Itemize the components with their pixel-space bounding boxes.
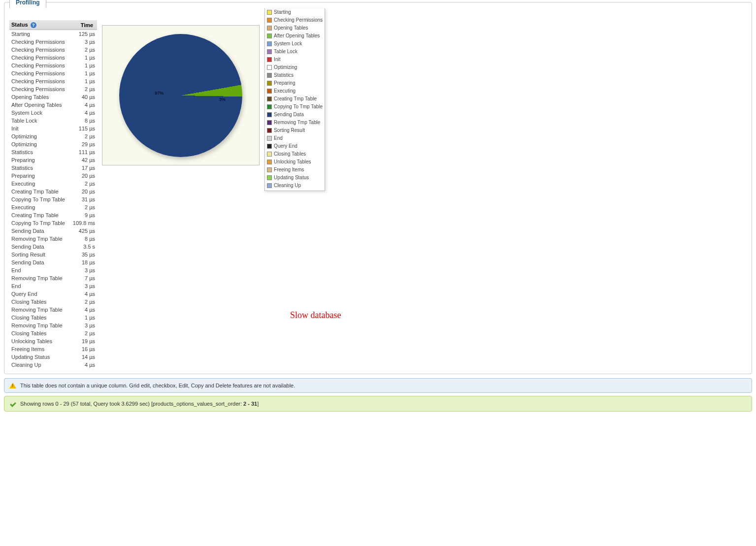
cell-status: Checking Permissions (9, 69, 67, 77)
cell-status: Removing Tmp Table (9, 321, 67, 329)
legend-item[interactable]: Sending Data (267, 111, 323, 119)
cell-time: 18 µs (67, 258, 97, 266)
table-row: Preparing42 µs (9, 156, 97, 164)
cell-time: 3 µs (67, 282, 97, 290)
cell-time: 115 µs (67, 125, 97, 132)
legend-item[interactable]: Unlocking Tables (267, 158, 323, 166)
cell-time: 40 µs (67, 93, 97, 101)
legend-item[interactable]: System Lock (267, 40, 323, 48)
cell-time: 20 µs (67, 188, 97, 195)
legend-swatch (267, 152, 272, 157)
cell-time: 17 µs (67, 164, 97, 172)
legend-item[interactable]: After Opening Tables (267, 32, 323, 40)
table-row: Query End4 µs (9, 290, 97, 298)
legend-item[interactable]: Sorting Result (267, 127, 323, 134)
legend-item[interactable]: Checking Permissions (267, 16, 323, 24)
legend-swatch (267, 41, 272, 46)
pie-chart (119, 34, 242, 157)
legend-swatch (267, 18, 272, 23)
table-row: Removing Tmp Table4 µs (9, 306, 97, 314)
cell-status: Optimizing (9, 132, 67, 140)
legend-label: Opening Tables (274, 24, 308, 32)
cell-time: 2 µs (67, 298, 97, 306)
table-row: Checking Permissions2 µs (9, 46, 97, 54)
table-row: System Lock4 µs (9, 109, 97, 117)
legend-swatch (267, 81, 272, 86)
legend-label: Updating Status (274, 174, 309, 182)
legend-swatch (267, 144, 272, 149)
table-row: Checking Permissions1 µs (9, 54, 97, 62)
legend-item[interactable]: Preparing (267, 79, 323, 87)
legend-item[interactable]: Starting (267, 8, 323, 16)
cell-status: Checking Permissions (9, 77, 67, 85)
legend-swatch (267, 73, 272, 78)
cell-time: 4 µs (67, 109, 97, 117)
legend-item[interactable]: Opening Tables (267, 24, 323, 32)
table-row: Copying To Tmp Table109.8 ms (9, 219, 97, 227)
cell-status: Table Lock (9, 117, 67, 125)
table-row: Cleaning Up4 µs (9, 361, 97, 369)
cell-status: Optimizing (9, 140, 67, 148)
profiling-pie-chart: 97% 3% (102, 25, 260, 165)
table-row: Sending Data425 µs (9, 227, 97, 235)
legend-swatch (267, 49, 272, 54)
table-row: Table Lock8 µs (9, 117, 97, 125)
legend-item[interactable]: Statistics (267, 71, 323, 79)
legend-label: Closing Tables (274, 150, 306, 158)
legend-item[interactable]: Closing Tables (267, 150, 323, 158)
cell-status: Checking Permissions (9, 38, 67, 46)
cell-time: 35 µs (67, 251, 97, 258)
cell-time: 2 µs (67, 329, 97, 337)
col-time[interactable]: Time (67, 20, 97, 30)
legend-item[interactable]: Removing Tmp Table (267, 119, 323, 127)
notice-query-result: Showing rows 0 - 29 (57 total, Query too… (4, 396, 752, 412)
cell-time: 4 µs (67, 290, 97, 298)
check-icon (9, 400, 16, 407)
cell-time: 8 µs (67, 117, 97, 125)
legend-item[interactable]: End (267, 134, 323, 142)
cell-time: 19 µs (67, 337, 97, 345)
help-icon[interactable]: ? (31, 22, 36, 28)
legend-item[interactable]: Query End (267, 142, 323, 150)
cell-time: 4 µs (67, 101, 97, 109)
legend-label: Checking Permissions (274, 16, 323, 24)
cell-status: Copying To Tmp Table (9, 219, 67, 227)
legend-item[interactable]: Freeing Items (267, 166, 323, 174)
cell-time: 2 µs (67, 180, 97, 188)
legend-label: Table Lock (274, 48, 297, 56)
cell-time: 42 µs (67, 156, 97, 164)
table-row: Checking Permissions1 µs (9, 77, 97, 85)
legend-swatch (267, 175, 272, 180)
legend-item[interactable]: Updating Status (267, 174, 323, 182)
cell-status: Checking Permissions (9, 46, 67, 54)
legend-swatch (267, 112, 272, 117)
cell-status: System Lock (9, 109, 67, 117)
cell-status: End (9, 282, 67, 290)
cell-time: 8 µs (67, 235, 97, 243)
table-row: Optimizing2 µs (9, 132, 97, 140)
cell-time: 3.5 s (67, 243, 97, 251)
col-status[interactable]: Status ? (9, 20, 67, 30)
legend-item[interactable]: Optimizing (267, 64, 323, 71)
warning-icon (9, 383, 16, 388)
legend-swatch (267, 120, 272, 125)
table-row: Unlocking Tables19 µs (9, 337, 97, 345)
table-row: Checking Permissions1 µs (9, 62, 97, 69)
legend-label: Starting (274, 8, 291, 16)
legend-item[interactable]: Table Lock (267, 48, 323, 56)
table-row: Closing Tables1 µs (9, 314, 97, 321)
cell-status: Executing (9, 203, 67, 211)
legend-swatch (267, 96, 272, 101)
legend-label: Init (274, 56, 280, 64)
legend-item[interactable]: Cleaning Up (267, 182, 323, 190)
legend-item[interactable]: Executing (267, 87, 323, 95)
tab-profiling[interactable]: Profiling (9, 0, 46, 8)
legend-item[interactable]: Init (267, 56, 323, 64)
cell-status: Closing Tables (9, 298, 67, 306)
cell-time: 2 µs (67, 85, 97, 93)
table-row: Starting125 µs (9, 30, 97, 38)
legend-item[interactable]: Creating Tmp Table (267, 95, 323, 103)
legend-label: System Lock (274, 40, 302, 48)
legend-item[interactable]: Copying To Tmp Table (267, 103, 323, 111)
cell-status: Sending Data (9, 243, 67, 251)
